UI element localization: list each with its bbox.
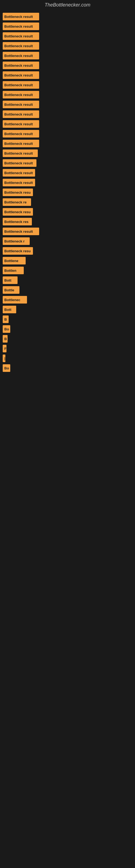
bottleneck-bar: Bott — [3, 306, 16, 313]
bottleneck-bar: Bottleneck resu — [3, 247, 33, 255]
bar-label: Bottleneck result — [4, 54, 33, 58]
bar-label: Bottleneck resu — [4, 249, 31, 253]
bottleneck-bar: Bottleneck result — [3, 101, 39, 108]
bar-label: Bottleneck re — [4, 200, 27, 204]
bar-row: Bottleneck result — [3, 120, 132, 128]
bar-label: Bottle — [4, 288, 14, 292]
bar-label: Bo — [4, 327, 9, 331]
bar-label: Bottleneck result — [4, 151, 33, 155]
bar-label: Bottleneck result — [4, 102, 33, 106]
bar-row: Bo — [3, 325, 132, 333]
bottleneck-bar: Bo — [3, 325, 10, 333]
bar-row: Bottleneck r — [3, 237, 132, 245]
bottleneck-bar: Bottleneck result — [3, 13, 39, 20]
bottleneck-bar: Bott — [3, 276, 17, 284]
bottleneck-bar: Bottleneck result — [3, 159, 37, 167]
bar-label: Bottleneck result — [4, 34, 33, 38]
bottleneck-bar: Bottleneck result — [3, 111, 39, 118]
bar-label: Bottleneck result — [4, 142, 33, 146]
bar-row: | — [3, 354, 132, 362]
bottleneck-bar: Bottlenec — [3, 296, 27, 304]
bottleneck-bar: Bottleneck resu — [3, 188, 33, 196]
bar-row: Bottleneck result — [3, 169, 132, 177]
bottleneck-bar: F — [3, 345, 6, 352]
bar-label: Bottleneck result — [4, 122, 33, 126]
bar-row: Bottleneck result — [3, 130, 132, 137]
bar-label: Bottlen — [4, 269, 16, 273]
bar-label: Bottlene — [4, 259, 18, 263]
bottleneck-bar: Bottlene — [3, 257, 26, 265]
bottleneck-bar: Bottleneck result — [3, 81, 39, 89]
bottleneck-bar: B — [3, 315, 9, 323]
bars-container: Bottleneck resultBottleneck resultBottle… — [0, 10, 135, 377]
bar-label: Bottleneck result — [4, 44, 33, 48]
bar-row: Bottleneck re — [3, 198, 132, 206]
bar-row: Bott — [3, 276, 132, 284]
bar-label: Bottleneck result — [4, 73, 33, 77]
bar-label: Bottleneck res — [4, 220, 29, 224]
bar-row: Bottleneck result — [3, 52, 132, 59]
bottleneck-bar: Bottleneck result — [3, 62, 39, 69]
bottleneck-bar: Bottle — [3, 286, 19, 294]
bar-label: Bottleneck r — [4, 239, 25, 243]
bottleneck-bar: | — [3, 354, 5, 362]
bar-row: Bottle — [3, 286, 132, 294]
bar-row: Bottleneck result — [3, 150, 132, 157]
bar-label: Bottleneck result — [4, 229, 33, 234]
bar-label: Bottleneck result — [4, 171, 33, 175]
bottleneck-bar: Bottleneck result — [3, 91, 39, 98]
bar-row: Bottlenec — [3, 296, 132, 304]
bottleneck-bar: Bottleneck result — [3, 120, 39, 128]
bar-row: Bottleneck result — [3, 140, 132, 147]
bar-label: Bottleneck result — [4, 181, 33, 185]
bar-row: Bottleneck result — [3, 227, 132, 235]
bar-label: Bott — [4, 308, 11, 312]
bar-label: Bottleneck result — [4, 83, 33, 87]
bar-row: Bottleneck result — [3, 111, 132, 118]
bar-label: | — [4, 356, 5, 361]
bar-row: Bottleneck result — [3, 81, 132, 89]
bar-row: Bottleneck result — [3, 42, 132, 50]
bottleneck-bar: Bottleneck res — [3, 218, 32, 225]
bar-label: Bottleneck result — [4, 24, 33, 29]
bottleneck-bar: Bo — [3, 364, 10, 372]
bottleneck-bar: Bottleneck result — [3, 179, 35, 186]
bar-row: Bottleneck result — [3, 91, 132, 98]
bar-label: Bottleneck result — [4, 112, 33, 116]
bottleneck-bar: Bottleneck result — [3, 130, 39, 137]
bar-row: Bottleneck res — [3, 218, 132, 225]
bottleneck-bar: Bottleneck result — [3, 52, 39, 59]
bar-row: Bottleneck result — [3, 71, 132, 79]
bar-row: Bottleneck result — [3, 13, 132, 20]
bottleneck-bar: Bottleneck re — [3, 198, 31, 206]
bar-label: F — [4, 347, 6, 351]
bar-label: Bo — [4, 366, 9, 370]
bottleneck-bar: Bottleneck r — [3, 237, 30, 245]
bottleneck-bar: Bottleneck result — [3, 227, 39, 235]
bar-row: Bottleneck result — [3, 159, 132, 167]
bar-row: Bottleneck resu — [3, 208, 132, 216]
bottleneck-bar: Bottleneck result — [3, 150, 38, 157]
bar-row: Bottleneck result — [3, 23, 132, 30]
bottleneck-bar: B — [3, 335, 8, 343]
bar-row: Bott — [3, 306, 132, 313]
bar-label: B — [4, 317, 7, 321]
bottleneck-bar: Bottleneck resu — [3, 208, 33, 216]
bar-label: B — [4, 337, 7, 341]
bar-row: B — [3, 315, 132, 323]
bar-row: F — [3, 345, 132, 352]
bottleneck-bar: Bottleneck result — [3, 140, 39, 147]
bottleneck-bar: Bottlen — [3, 267, 24, 274]
bar-row: Bottleneck result — [3, 62, 132, 69]
bar-label: Bottleneck resu — [4, 190, 31, 194]
bar-label: Bottleneck resu — [4, 210, 31, 214]
bottleneck-bar: Bottleneck result — [3, 71, 39, 79]
bar-row: Bottleneck resu — [3, 247, 132, 255]
bottleneck-bar: Bottleneck result — [3, 169, 35, 177]
bar-label: Bottlenec — [4, 298, 20, 302]
bar-row: Bottlene — [3, 257, 132, 265]
bar-label: Bottleneck result — [4, 161, 33, 165]
bar-row: Bottleneck result — [3, 101, 132, 108]
bar-label: Bott — [4, 278, 11, 282]
bottleneck-bar: Bottleneck result — [3, 23, 39, 30]
